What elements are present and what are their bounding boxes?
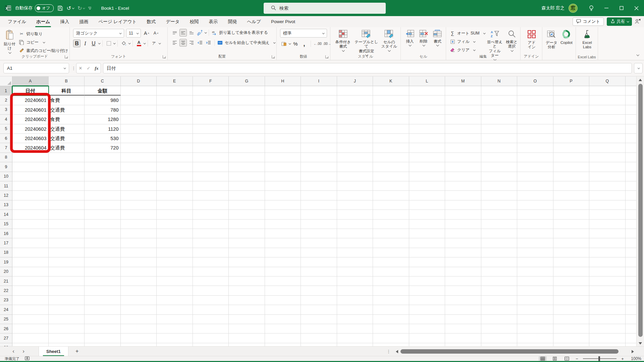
column-header-E[interactable]: E (157, 76, 193, 86)
cell-B16[interactable] (49, 229, 85, 238)
cell-B5[interactable]: 交通費 (49, 124, 85, 134)
excel-labs-button[interactable]: Excel Labs (579, 29, 596, 51)
page-break-view-button[interactable] (563, 356, 571, 361)
cell-D18[interactable] (121, 248, 157, 257)
cell-M6[interactable] (445, 134, 481, 143)
row-header-4[interactable]: 4 (0, 115, 12, 124)
bold-button[interactable]: B (73, 40, 80, 47)
cell-C15[interactable] (85, 220, 121, 229)
cell-G15[interactable] (229, 220, 265, 229)
row-header-5[interactable]: 5 (0, 124, 12, 134)
borders-button[interactable] (105, 40, 112, 47)
cell-Q15[interactable] (589, 220, 626, 229)
cell-H5[interactable] (265, 124, 301, 134)
cell-H23[interactable] (265, 296, 301, 305)
cell-B28[interactable] (49, 343, 85, 346)
cell-P4[interactable] (553, 115, 590, 124)
merge-center-button[interactable]: セルを結合して中央揃え (217, 39, 275, 47)
cell-B19[interactable] (49, 257, 85, 267)
delete-cells-button[interactable]: 削除 (417, 29, 430, 47)
cell-D7[interactable] (121, 143, 157, 153)
row-header-6[interactable]: 6 (0, 134, 12, 143)
cell-J22[interactable] (337, 286, 373, 295)
column-header-Q[interactable]: Q (589, 76, 626, 86)
cell-X11[interactable] (626, 181, 637, 191)
cell-K22[interactable] (373, 286, 409, 295)
copilot-button[interactable]: Copilot (559, 29, 574, 46)
cell-L24[interactable] (409, 305, 445, 314)
cell-A2[interactable]: 20240601 (12, 96, 49, 105)
cell-O19[interactable] (517, 257, 553, 267)
cell-A26[interactable] (12, 324, 49, 334)
cell-X8[interactable] (626, 153, 637, 162)
cell-A23[interactable] (12, 296, 49, 305)
cell-G6[interactable] (229, 134, 265, 143)
cell-N6[interactable] (481, 134, 518, 143)
cell-I26[interactable] (301, 324, 337, 334)
column-header-J[interactable]: J (337, 76, 373, 86)
cell-H4[interactable] (265, 115, 301, 124)
cell-P22[interactable] (553, 286, 590, 295)
ideas-lightbulb-icon[interactable] (584, 0, 599, 16)
cell-B20[interactable] (49, 267, 85, 277)
cell-K16[interactable] (373, 229, 409, 238)
cell-J25[interactable] (337, 315, 373, 324)
cell-N18[interactable] (481, 248, 518, 257)
cell-P10[interactable] (553, 172, 590, 181)
cell-E24[interactable] (157, 305, 193, 314)
cell-G26[interactable] (229, 324, 265, 334)
cell-O11[interactable] (517, 181, 553, 191)
cell-A21[interactable] (12, 277, 49, 286)
cell-E23[interactable] (157, 296, 193, 305)
cell-X24[interactable] (626, 305, 637, 314)
cell-L19[interactable] (409, 257, 445, 267)
cell-Q10[interactable] (589, 172, 626, 181)
cell-J9[interactable] (337, 162, 373, 172)
row-header-19[interactable]: 19 (0, 257, 12, 267)
cell-Q11[interactable] (589, 181, 626, 191)
cell-P26[interactable] (553, 324, 590, 334)
cell-O10[interactable] (517, 172, 553, 181)
cell-J10[interactable] (337, 172, 373, 181)
cell-A3[interactable]: 20240601 (12, 105, 49, 115)
cell-F20[interactable] (193, 267, 229, 277)
column-header-O[interactable]: O (517, 76, 553, 86)
cell-N20[interactable] (481, 267, 518, 277)
cell-K8[interactable] (373, 153, 409, 162)
cell-K15[interactable] (373, 220, 409, 229)
cell-D28[interactable] (121, 343, 157, 346)
cell-A25[interactable] (12, 315, 49, 324)
cell-A5[interactable]: 20240602 (12, 124, 49, 134)
cell-F21[interactable] (193, 277, 229, 286)
cell-Q28[interactable] (589, 343, 626, 346)
cell-C28[interactable] (85, 343, 121, 346)
cell-G5[interactable] (229, 124, 265, 134)
cell-F7[interactable] (193, 143, 229, 153)
cell-L7[interactable] (409, 143, 445, 153)
user-name[interactable]: 森太郎 窓之 (541, 5, 565, 11)
cell-C20[interactable] (85, 267, 121, 277)
cell-G2[interactable] (229, 96, 265, 105)
autosum-button[interactable]: ∑ オート SUM (449, 29, 485, 37)
cell-M21[interactable] (445, 277, 481, 286)
cell-H19[interactable] (265, 257, 301, 267)
align-right-button[interactable] (188, 39, 195, 47)
increase-font-size-button[interactable]: A˄ (143, 29, 150, 37)
cell-H13[interactable] (265, 200, 301, 210)
cell-F14[interactable] (193, 210, 229, 219)
cell-C19[interactable] (85, 257, 121, 267)
cell-M27[interactable] (445, 334, 481, 343)
scroll-right-icon[interactable] (632, 350, 634, 353)
cell-K12[interactable] (373, 191, 409, 200)
decrease-decimal-button[interactable]: .00→ (323, 40, 331, 48)
cell-Q7[interactable] (589, 143, 626, 153)
column-header-overflow[interactable] (626, 76, 637, 86)
cell-H14[interactable] (265, 210, 301, 219)
row-header-12[interactable]: 12 (0, 191, 12, 200)
cell-A22[interactable] (12, 286, 49, 295)
cell-N8[interactable] (481, 153, 518, 162)
cell-L26[interactable] (409, 324, 445, 334)
cell-M16[interactable] (445, 229, 481, 238)
cell-K21[interactable] (373, 277, 409, 286)
cell-A24[interactable] (12, 305, 49, 314)
